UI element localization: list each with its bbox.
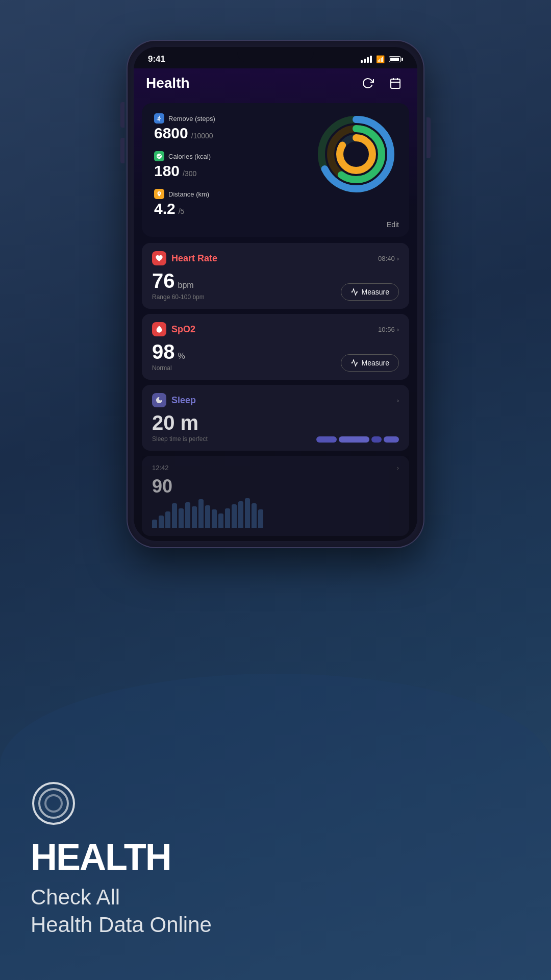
sleep-bar-1 [316, 436, 337, 443]
sleep-chevron: › [397, 397, 399, 404]
status-icons: 📶 [361, 55, 403, 63]
mood-chevron: › [397, 464, 399, 472]
wifi-icon: 📶 [376, 55, 385, 63]
mood-bar [165, 511, 170, 528]
spo2-title-row: SpO2 [152, 322, 195, 336]
mood-bar [258, 509, 263, 528]
screen-content: Health [134, 68, 417, 536]
calories-metric: Calories (kcal) 180 /300 [154, 151, 305, 180]
svg-rect-0 [391, 79, 400, 88]
heart-rate-title: Heart Rate [171, 253, 217, 264]
distance-label: Distance (km) [154, 189, 305, 199]
phone-notch [237, 47, 314, 62]
sleep-title: Sleep [171, 395, 196, 406]
mood-bar [225, 508, 230, 528]
mood-bar [252, 503, 257, 528]
mood-bar [205, 505, 210, 528]
sleep-card: Sleep › 20 m Sleep time is perfect [142, 385, 409, 451]
mood-bar [172, 503, 177, 528]
spo2-icon [152, 322, 166, 336]
svg-point-10 [354, 118, 359, 123]
spo2-status: Normal [152, 364, 185, 372]
mood-bar [192, 506, 197, 528]
edit-button[interactable]: Edit [387, 220, 399, 229]
heart-rate-title-row: Heart Rate [152, 251, 217, 265]
activity-metrics: Remove (steps) 6800 /10000 [154, 113, 305, 227]
heart-rate-header: Heart Rate 08:40 › [152, 251, 399, 265]
mood-bar [238, 501, 243, 528]
distance-icon [154, 189, 164, 199]
mood-value: 90 [152, 476, 399, 497]
distance-label-text: Distance (km) [168, 190, 209, 198]
heart-rate-body: 76 bpm Range 60-100 bpm Measure [152, 270, 399, 301]
spo2-title: SpO2 [171, 324, 195, 335]
sleep-value-block: 20 m Sleep time is perfect [152, 411, 208, 443]
bottom-content: HEALTH Check All Health Data Online [31, 780, 212, 939]
calendar-icon[interactable] [386, 74, 405, 93]
app-title: Health [146, 75, 190, 91]
distance-value: 4.2 /5 [154, 200, 305, 217]
calories-value: 180 /300 [154, 162, 305, 180]
heart-rate-measure-label: Measure [362, 288, 389, 296]
spo2-value-block: 98 % Normal [152, 340, 185, 372]
spo2-value: 98 % [152, 340, 185, 363]
mood-bar [179, 508, 184, 528]
steps-label-text: Remove (steps) [168, 115, 215, 122]
calories-icon [154, 151, 164, 161]
mood-bar [232, 504, 237, 528]
steps-value: 6800 /10000 [154, 125, 305, 142]
sleep-body: 20 m Sleep time is perfect [152, 411, 399, 443]
sleep-header: Sleep › [152, 393, 399, 407]
steps-metric: Remove (steps) 6800 /10000 [154, 113, 305, 142]
heart-rate-icon [152, 251, 166, 265]
heart-rate-value-block: 76 bpm Range 60-100 bpm [152, 270, 205, 301]
distance-metric: Distance (km) 4.2 /5 [154, 189, 305, 217]
sleep-bars [316, 436, 399, 443]
steps-icon [154, 113, 164, 124]
signal-icon [361, 56, 372, 63]
mood-bar [185, 502, 190, 528]
mood-bar [245, 498, 250, 528]
svg-point-14 [39, 789, 68, 818]
status-time: 9:41 [148, 54, 165, 64]
app-header: Health [134, 68, 417, 103]
activity-card: Remove (steps) 6800 /10000 [142, 103, 409, 237]
calories-label: Calories (kcal) [154, 151, 305, 161]
app-name-big: HEALTH [31, 839, 212, 875]
header-icons [358, 74, 405, 93]
spo2-time: 10:56 › [378, 326, 399, 333]
app-tagline: Check All Health Data Online [31, 884, 212, 939]
activity-ring-chart [315, 113, 397, 195]
sleep-bar-3 [371, 436, 382, 443]
heart-rate-range: Range 60-100 bpm [152, 293, 205, 301]
brand-logo [31, 780, 212, 828]
refresh-icon[interactable] [358, 74, 378, 93]
spo2-header: SpO2 10:56 › [152, 322, 399, 336]
mood-bar [218, 513, 223, 528]
spo2-card: SpO2 10:56 › 98 % Nor [142, 314, 409, 380]
mood-bars [152, 497, 399, 528]
spo2-measure-button[interactable]: Measure [341, 354, 399, 372]
steps-label: Remove (steps) [154, 113, 305, 124]
phone-frame: 9:41 📶 [128, 41, 423, 547]
mood-bar [198, 499, 204, 528]
svg-point-12 [354, 136, 359, 141]
mood-time: 12:42 [152, 464, 169, 472]
svg-point-11 [354, 127, 359, 132]
mood-card: 12:42 › 90 [142, 456, 409, 536]
phone-mockup: 9:41 📶 [128, 41, 423, 547]
sleep-title-row: Sleep [152, 393, 196, 407]
heart-rate-time: 08:40 › [378, 255, 399, 262]
sleep-status: Sleep time is perfect [152, 435, 208, 443]
sleep-icon [152, 393, 166, 407]
heart-rate-measure-button[interactable]: Measure [341, 283, 399, 301]
heart-rate-card: Heart Rate 08:40 › 76 bpm [142, 243, 409, 309]
svg-point-15 [45, 795, 62, 812]
mood-bar [159, 516, 164, 528]
svg-point-9 [340, 138, 372, 170]
tagline-line1: Check All [31, 884, 212, 912]
tagline-line2: Health Data Online [31, 911, 212, 939]
spo2-measure-label: Measure [362, 359, 389, 367]
sleep-bar-4 [384, 436, 399, 443]
mood-bar [152, 520, 157, 528]
